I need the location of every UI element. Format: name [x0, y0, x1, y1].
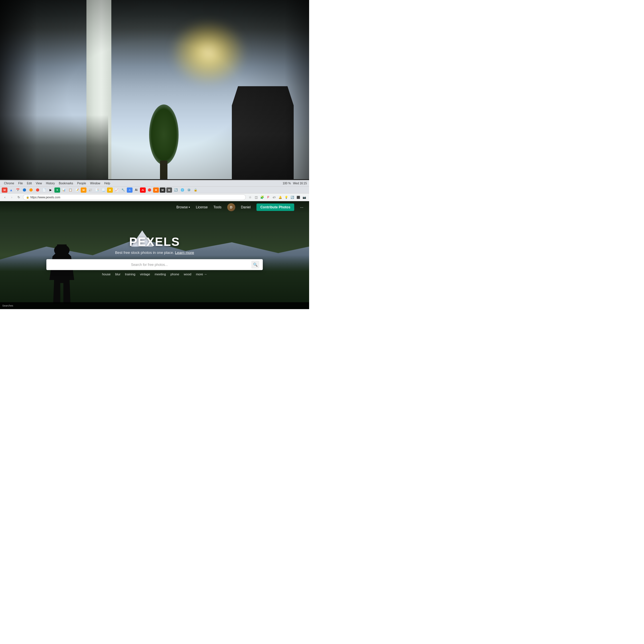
ext-icon-19[interactable]: Ai — [140, 187, 146, 193]
ext-icon-25[interactable]: 🌐 — [179, 187, 185, 193]
datetime: Wed 16:15 — [293, 182, 307, 185]
ext-addr-2[interactable]: 🔔 — [278, 195, 283, 200]
ext-icon-8[interactable]: 📋 — [68, 187, 73, 193]
extensions-icon[interactable]: 🧩 — [260, 195, 265, 200]
search-bar[interactable]: Search for free photos... 🔍 — [46, 259, 263, 270]
ext-icon-3[interactable]: 🔴 — [35, 187, 40, 193]
ext-icon-27[interactable]: 🔒 — [193, 187, 198, 193]
search-tag-blur[interactable]: blur — [115, 272, 120, 276]
ext-icon-18[interactable]: Ai — [133, 187, 139, 193]
ext-icon-15[interactable]: 📈 — [114, 187, 119, 193]
nav-username: Daniel — [241, 205, 251, 209]
learn-more-link[interactable]: Learn more — [175, 250, 194, 254]
dark-right-edge — [285, 0, 309, 192]
menu-help[interactable]: Help — [102, 181, 112, 185]
address-bar-row: ‹ › ↻ 🔒 https://www.pexels.com ☆ ◫ 🧩 P 🏷… — [0, 193, 309, 201]
secure-icon: 🔒 — [26, 196, 29, 199]
ext-icon-26[interactable]: ⚙️ — [186, 187, 192, 193]
back-button[interactable]: ‹ — [2, 195, 7, 200]
sunlight-glow — [170, 19, 247, 86]
menu-status-area: 100 % Wed 16:15 — [283, 182, 307, 185]
ext-icon-2[interactable]: 🟠 — [28, 187, 34, 193]
ext-icon-21[interactable]: M — [153, 187, 159, 193]
menu-view[interactable]: View — [34, 181, 44, 185]
menu-edit[interactable]: Edit — [25, 181, 33, 185]
ext-addr-3[interactable]: 💡 — [284, 195, 289, 200]
search-tag-meeting[interactable]: meeting — [155, 272, 166, 276]
ext-icon-23[interactable]: M — [166, 187, 172, 193]
refresh-button[interactable]: ↻ — [16, 195, 21, 200]
ext-icon-9[interactable]: 📝 — [74, 187, 80, 193]
license-nav-link[interactable]: License — [196, 205, 208, 209]
pexels-logo: PEXELS — [46, 235, 263, 248]
ext-icon-10[interactable]: M — [81, 187, 86, 193]
ext-icon-11[interactable]: 📰 — [87, 187, 93, 193]
pexels-content: Browse License Tools D Daniel Contribute… — [0, 201, 309, 309]
drive-icon[interactable]: ▲ — [8, 187, 14, 193]
ext-icon-17[interactable]: A — [127, 187, 133, 193]
hero-subtitle: Best free stock photos in one place. Lea… — [46, 250, 263, 254]
menu-file[interactable]: File — [17, 181, 25, 185]
system-icons-bar: M ▲ 📅 🔵 🟠 🔴 📄 ▶ S 📊 📋 📝 M 📰 📑 📃 M 📈 🔧 A … — [0, 186, 309, 193]
dark-left-edge — [0, 0, 37, 192]
plant-decoration — [145, 96, 183, 182]
pinterest-icon[interactable]: P — [266, 195, 271, 200]
nav-more-button[interactable]: ··· — [300, 205, 303, 210]
ext-icon-20[interactable]: 🔴 — [147, 187, 152, 193]
menu-window[interactable]: Window — [88, 181, 102, 185]
monitor-bezel: Chrome File Edit View History Bookmarks … — [0, 179, 309, 309]
ext-icon-5[interactable]: ▶ — [48, 187, 54, 193]
ext-icon-12[interactable]: 📑 — [94, 187, 100, 193]
ext-icon-24[interactable]: 🔄 — [173, 187, 179, 193]
pexels-hero: Browse License Tools D Daniel Contribute… — [0, 201, 309, 309]
address-right-icons: ☆ ◫ 🧩 P 🏷 🔔 💡 🔄 ⬛ 📷 — [248, 195, 307, 200]
ext-icon-7[interactable]: 📊 — [61, 187, 67, 193]
browse-nav-link[interactable]: Browse — [176, 205, 190, 209]
search-tag-more[interactable]: more → — [196, 272, 207, 276]
search-placeholder: Search for free photos... — [50, 262, 249, 266]
user-avatar[interactable]: D — [227, 203, 235, 211]
ext-icon-16[interactable]: 🔧 — [120, 187, 126, 193]
contribute-photos-button[interactable]: Contribute Photos — [256, 204, 295, 211]
hero-content: PEXELS Best free stock photos in one pla… — [46, 235, 263, 276]
pexels-navbar: Browse License Tools D Daniel Contribute… — [0, 201, 309, 213]
bottom-bar: Searches — [0, 302, 309, 309]
address-text: https://www.pexels.com — [30, 196, 60, 199]
tools-nav-link[interactable]: Tools — [214, 205, 222, 209]
reading-mode-icon[interactable]: ◫ — [254, 195, 259, 200]
ext-icon-13[interactable]: 📃 — [100, 187, 106, 193]
ext-icon-1[interactable]: 🔵 — [21, 187, 27, 193]
office-background — [0, 0, 309, 192]
ext-addr-4[interactable]: 🔄 — [290, 195, 295, 200]
search-submit-button[interactable]: 🔍 — [251, 260, 259, 268]
ext-icon-6[interactable]: S — [54, 187, 60, 193]
gmail-icon[interactable]: M — [2, 187, 7, 193]
calendar-icon[interactable]: 📅 — [15, 187, 21, 193]
search-tag-training[interactable]: training — [125, 272, 135, 276]
search-tags: house blur training vintage meeting phon… — [46, 272, 263, 276]
search-tag-wood[interactable]: wood — [184, 272, 191, 276]
ext-icon-22[interactable]: M — [160, 187, 165, 193]
ext-addr-1[interactable]: 🏷 — [272, 195, 277, 200]
bookmark-icon[interactable]: ☆ — [248, 195, 253, 200]
menu-chrome[interactable]: Chrome — [2, 181, 16, 185]
macos-menu-bar: Chrome File Edit View History Bookmarks … — [0, 180, 309, 186]
instagram-icon[interactable]: 📷 — [302, 195, 307, 200]
ext-icon-14[interactable]: M — [107, 187, 113, 193]
ext-icon-4[interactable]: 📄 — [41, 187, 47, 193]
search-tag-house[interactable]: house — [102, 272, 110, 276]
forward-button[interactable]: › — [9, 195, 14, 200]
battery-percent: 100 % — [283, 182, 291, 185]
menu-history[interactable]: History — [44, 181, 56, 185]
address-input[interactable]: 🔒 https://www.pexels.com — [23, 194, 246, 200]
search-tag-vintage[interactable]: vintage — [140, 272, 150, 276]
monitor-wrapper: Chrome File Edit View History Bookmarks … — [0, 179, 309, 309]
ext-addr-5[interactable]: ⬛ — [296, 195, 301, 200]
menu-people[interactable]: People — [76, 181, 88, 185]
search-tag-phone[interactable]: phone — [171, 272, 179, 276]
bottom-bar-text: Searches — [2, 304, 13, 307]
menu-bookmarks[interactable]: Bookmarks — [57, 181, 75, 185]
